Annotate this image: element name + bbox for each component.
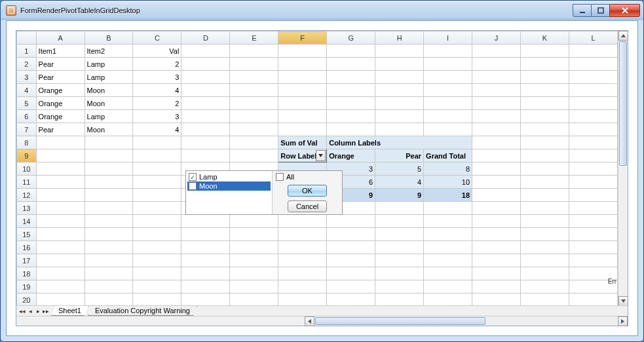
col-header-L[interactable]: L <box>569 31 617 45</box>
cell-A3[interactable]: Pear <box>36 71 85 84</box>
cell-G6[interactable] <box>327 110 375 123</box>
cell-J14[interactable] <box>472 215 521 228</box>
cell-A4[interactable]: Orange <box>36 84 85 97</box>
row-header-17[interactable]: 17 <box>17 254 37 267</box>
col-header-E[interactable]: E <box>230 31 278 45</box>
cell-L3[interactable] <box>569 71 617 84</box>
cell-J2[interactable] <box>472 58 521 71</box>
cell-J20[interactable] <box>472 294 521 307</box>
row-header-1[interactable]: 1 <box>17 45 37 58</box>
row-header-15[interactable]: 15 <box>17 228 37 241</box>
cell-J1[interactable] <box>472 45 521 58</box>
cell-F18[interactable] <box>278 267 327 280</box>
cell-L8[interactable] <box>569 136 617 149</box>
cell-I2[interactable] <box>424 58 472 71</box>
minimize-button[interactable] <box>573 4 592 17</box>
cell-L2[interactable] <box>569 58 617 71</box>
scroll-right-button[interactable] <box>618 316 628 326</box>
cell-A14[interactable] <box>36 215 85 228</box>
cell-L13[interactable] <box>569 202 617 215</box>
filter-item-moon[interactable]: Moon <box>187 181 271 191</box>
cell-C16[interactable] <box>133 241 181 254</box>
cell-D18[interactable] <box>181 267 230 280</box>
tab-last-button[interactable]: ▸▸ <box>43 308 49 314</box>
cell-G8[interactable]: Column Labels <box>327 136 472 149</box>
cell-I11[interactable]: 10 <box>424 176 472 189</box>
cell-C12[interactable] <box>133 189 181 202</box>
cancel-button[interactable]: Cancel <box>288 200 327 212</box>
cell-B17[interactable] <box>85 254 133 267</box>
cell-K17[interactable] <box>520 254 569 267</box>
cell-A10[interactable] <box>36 162 85 176</box>
cell-I1[interactable] <box>424 45 472 58</box>
cell-F7[interactable] <box>278 123 327 136</box>
filter-all-checkbox[interactable] <box>276 173 284 181</box>
cell-E1[interactable] <box>230 45 278 58</box>
cell-C14[interactable] <box>133 215 181 228</box>
cell-C11[interactable] <box>133 176 181 189</box>
cell-B5[interactable]: Moon <box>85 97 133 110</box>
filter-item-lamp[interactable]: ✓Lamp <box>187 172 271 181</box>
cell-H16[interactable] <box>375 241 424 254</box>
cell-B13[interactable] <box>85 202 133 215</box>
filter-checkbox-moon[interactable] <box>189 182 197 190</box>
cell-H9[interactable]: Pear <box>375 149 424 162</box>
cell-C10[interactable] <box>133 162 181 176</box>
cell-H15[interactable] <box>375 228 424 241</box>
row-header-12[interactable]: 12 <box>17 189 37 202</box>
cell-J10[interactable] <box>472 162 521 176</box>
cell-J17[interactable] <box>472 254 521 267</box>
hscroll-thumb[interactable] <box>315 317 485 325</box>
cell-I19[interactable] <box>424 280 472 294</box>
cell-I12[interactable]: 18 <box>424 189 472 202</box>
cell-H2[interactable] <box>375 58 424 71</box>
cell-I13[interactable] <box>424 202 472 215</box>
cell-K6[interactable] <box>520 110 569 123</box>
cell-K11[interactable] <box>520 176 569 189</box>
cell-K14[interactable] <box>520 215 569 228</box>
cell-I17[interactable] <box>424 254 472 267</box>
worksheet-grid[interactable]: ABCDEFGHIJKL1Item1Item2Val2PearLamp23Pea… <box>16 31 618 306</box>
cell-K15[interactable] <box>520 228 569 241</box>
row-header-8[interactable]: 8 <box>17 136 37 149</box>
row-header-16[interactable]: 16 <box>17 241 37 254</box>
cell-B1[interactable]: Item2 <box>85 45 133 58</box>
cell-I16[interactable] <box>424 241 472 254</box>
cell-K8[interactable] <box>520 136 569 149</box>
cell-K2[interactable] <box>520 58 569 71</box>
cell-G1[interactable] <box>327 45 375 58</box>
cell-J5[interactable] <box>472 97 521 110</box>
cell-L16[interactable] <box>569 241 617 254</box>
cell-E5[interactable] <box>230 97 278 110</box>
close-button[interactable] <box>609 4 640 17</box>
cell-F8[interactable]: Sum of Val <box>278 136 327 149</box>
cell-G9[interactable]: Orange <box>327 149 375 162</box>
cell-D4[interactable] <box>181 84 230 97</box>
cell-C6[interactable]: 3 <box>133 110 181 123</box>
cell-I9[interactable]: Grand Total <box>424 149 472 162</box>
cell-J19[interactable] <box>472 280 521 294</box>
cell-F3[interactable] <box>278 71 327 84</box>
cell-A8[interactable] <box>36 136 85 149</box>
cell-L5[interactable] <box>569 97 617 110</box>
cell-A6[interactable]: Orange <box>36 110 85 123</box>
cell-H19[interactable] <box>375 280 424 294</box>
col-header-D[interactable]: D <box>181 31 230 45</box>
cell-I6[interactable] <box>424 110 472 123</box>
cell-B15[interactable] <box>85 228 133 241</box>
cell-K13[interactable] <box>520 202 569 215</box>
cell-I5[interactable] <box>424 97 472 110</box>
cell-H11[interactable]: 4 <box>375 176 424 189</box>
cell-I10[interactable]: 8 <box>424 162 472 176</box>
cell-I18[interactable] <box>424 267 472 280</box>
cell-D9[interactable] <box>181 149 230 162</box>
cell-L9[interactable] <box>569 149 617 162</box>
cell-L11[interactable] <box>569 176 617 189</box>
cell-E14[interactable] <box>230 215 278 228</box>
cell-F6[interactable] <box>278 110 327 123</box>
cell-B19[interactable] <box>85 280 133 294</box>
cell-E8[interactable] <box>230 136 278 149</box>
cell-A15[interactable] <box>36 228 85 241</box>
filter-all-row[interactable]: All <box>275 173 340 181</box>
row-header-19[interactable]: 19 <box>17 280 37 294</box>
